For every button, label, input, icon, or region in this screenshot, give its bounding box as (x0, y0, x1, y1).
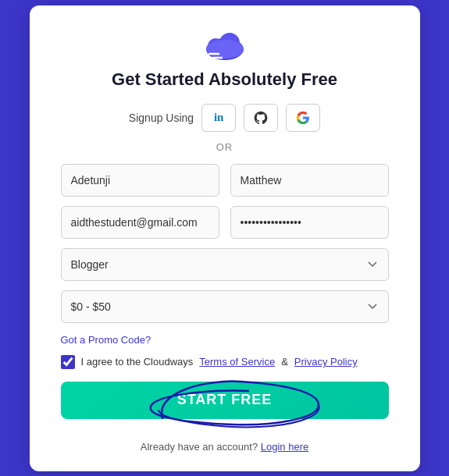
signup-label: Signup Using (129, 112, 194, 124)
email-input[interactable] (61, 206, 219, 239)
login-row: Already have an account? Login here (61, 441, 389, 453)
promo-code-link[interactable]: Got a Promo Code? (61, 334, 151, 346)
email-password-row (61, 206, 389, 239)
last-name-input[interactable] (230, 164, 389, 197)
budget-select[interactable]: $0 - $50 $50 - $100 $100 - $500 $500+ (61, 290, 389, 323)
start-free-button[interactable]: START FREE (61, 382, 389, 419)
github-icon (253, 110, 269, 126)
role-select[interactable]: Blogger Developer Designer Business Owne… (61, 248, 389, 281)
start-btn-wrapper: START FREE (61, 382, 389, 430)
login-prompt: Already have an account? (141, 441, 258, 453)
or-divider: OR (61, 141, 389, 153)
login-link[interactable]: Login here (261, 441, 308, 453)
page-title: Get Started Absolutely Free (61, 69, 389, 90)
first-name-input[interactable] (61, 164, 219, 197)
signup-card: Get Started Absolutely Free Signup Using… (30, 5, 420, 471)
cloudways-logo (201, 27, 248, 62)
linkedin-icon: in (214, 111, 224, 124)
agree-row: I agree to the Cloudways Terms of Servic… (61, 355, 389, 369)
password-input[interactable] (230, 206, 389, 239)
social-signup-row: Signup Using in (61, 104, 389, 132)
name-fields-row (61, 164, 389, 197)
linkedin-signup-button[interactable]: in (201, 104, 236, 132)
privacy-link[interactable]: Privacy Policy (294, 356, 358, 368)
google-signup-button[interactable] (286, 104, 320, 132)
github-signup-button[interactable] (244, 104, 278, 132)
google-icon (296, 111, 310, 125)
terms-link[interactable]: Terms of Service (199, 356, 275, 368)
agree-checkbox[interactable] (61, 355, 75, 369)
logo-area (61, 27, 389, 62)
and-text: & (281, 356, 288, 368)
agree-text: I agree to the Cloudways (81, 356, 194, 368)
svg-point-3 (206, 40, 244, 59)
